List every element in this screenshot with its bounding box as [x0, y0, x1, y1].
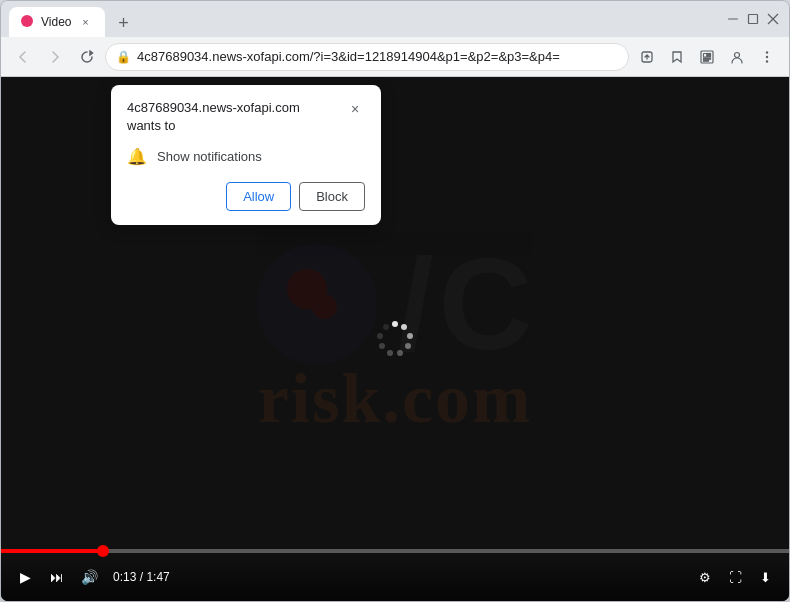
- block-button[interactable]: Block: [299, 182, 365, 211]
- svg-marker-4: [90, 51, 93, 55]
- fullscreen-button[interactable]: ⛶: [723, 565, 747, 589]
- svg-point-19: [397, 350, 403, 356]
- svg-point-21: [379, 343, 385, 349]
- minimize-button[interactable]: [725, 11, 741, 27]
- watermark-circle: [257, 244, 377, 364]
- reload-button[interactable]: [73, 43, 101, 71]
- svg-rect-9: [704, 58, 711, 59]
- time-current: 0:13: [113, 570, 136, 584]
- permission-text: Show notifications: [157, 149, 262, 164]
- svg-point-12: [766, 51, 768, 53]
- new-tab-button[interactable]: +: [109, 9, 137, 37]
- right-controls: ⚙ ⛶ ⬇: [693, 565, 777, 589]
- svg-point-16: [401, 324, 407, 330]
- video-controls: ▶ ⏭ 🔊 0:13 / 1:47 ⚙ ⛶ ⬇: [1, 553, 789, 601]
- bookmark-button[interactable]: [663, 43, 691, 71]
- lock-icon: 🔒: [116, 50, 131, 64]
- permission-popup: 4c87689034.news-xofapi.com wants to × 🔔 …: [111, 85, 381, 225]
- menu-button[interactable]: [753, 43, 781, 71]
- toolbar-actions: [633, 43, 781, 71]
- browser-window: Video × + 🔒 4c87: [0, 0, 790, 602]
- svg-point-18: [405, 343, 411, 349]
- content-area: / C risk.com: [1, 77, 789, 601]
- allow-button[interactable]: Allow: [226, 182, 291, 211]
- popup-close-button[interactable]: ×: [345, 99, 365, 119]
- popup-header: 4c87689034.news-xofapi.com wants to ×: [127, 99, 365, 135]
- svg-rect-7: [707, 53, 711, 54]
- loading-spinner: [370, 314, 420, 364]
- time-total: 1:47: [146, 570, 169, 584]
- time-separator: /: [136, 570, 146, 584]
- svg-rect-1: [749, 15, 758, 24]
- popup-title: 4c87689034.news-xofapi.com wants to: [127, 99, 345, 135]
- close-window-button[interactable]: [765, 11, 781, 27]
- svg-point-23: [383, 324, 389, 330]
- maximize-button[interactable]: [745, 11, 761, 27]
- svg-point-22: [377, 333, 383, 339]
- time-display: 0:13 / 1:47: [113, 570, 170, 584]
- svg-rect-8: [707, 55, 711, 56]
- svg-rect-0: [728, 19, 738, 20]
- svg-point-17: [407, 333, 413, 339]
- active-tab[interactable]: Video ×: [9, 7, 105, 37]
- tab-strip: Video × +: [9, 1, 717, 37]
- svg-point-13: [766, 55, 768, 57]
- address-bar[interactable]: 🔒 4c87689034.news-xofapi.com/?i=3&id=121…: [105, 43, 629, 71]
- svg-point-14: [766, 60, 768, 62]
- tab-label: Video: [41, 15, 71, 29]
- svg-point-11: [735, 52, 740, 57]
- forward-button[interactable]: [41, 43, 69, 71]
- popup-permission-row: 🔔 Show notifications: [127, 147, 365, 166]
- address-text: 4c87689034.news-xofapi.com/?i=3&id=12189…: [137, 49, 618, 64]
- svg-point-15: [392, 321, 398, 327]
- next-button[interactable]: ⏭: [45, 565, 69, 589]
- play-button[interactable]: ▶: [13, 565, 37, 589]
- back-button[interactable]: [9, 43, 37, 71]
- bell-icon: 🔔: [127, 147, 147, 166]
- title-bar: Video × +: [1, 1, 789, 37]
- tab-search-button[interactable]: [693, 43, 721, 71]
- toolbar: 🔒 4c87689034.news-xofapi.com/?i=3&id=121…: [1, 37, 789, 77]
- download-button[interactable]: ⬇: [753, 565, 777, 589]
- tab-favicon: [21, 15, 35, 29]
- svg-rect-10: [704, 60, 709, 61]
- volume-button[interactable]: 🔊: [77, 565, 101, 589]
- tab-close-button[interactable]: ×: [77, 14, 93, 30]
- window-controls: [725, 11, 781, 27]
- share-button[interactable]: [633, 43, 661, 71]
- popup-buttons: Allow Block: [127, 182, 365, 211]
- account-button[interactable]: [723, 43, 751, 71]
- settings-button[interactable]: ⚙: [693, 565, 717, 589]
- tab-favicon-icon: [21, 15, 33, 27]
- svg-point-20: [387, 350, 393, 356]
